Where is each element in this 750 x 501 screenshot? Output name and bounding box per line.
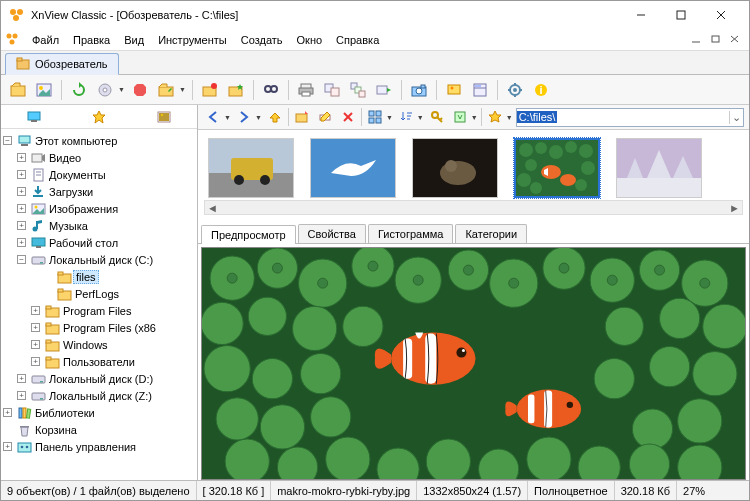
tree-folder-users[interactable]: Пользователи — [63, 356, 135, 368]
tree-music[interactable]: Музыка — [49, 220, 88, 232]
expand-icon[interactable]: + — [17, 238, 26, 247]
tree-disk-z[interactable]: Локальный диск (Z:) — [49, 390, 152, 402]
menu-edit[interactable]: Правка — [66, 32, 117, 48]
chevron-down-icon[interactable]: ▼ — [417, 114, 424, 121]
maximize-button[interactable] — [661, 3, 701, 27]
tool-slideshow[interactable] — [443, 79, 465, 101]
expand-icon[interactable]: + — [31, 357, 40, 366]
tool-cd[interactable] — [94, 79, 116, 101]
filter-button[interactable] — [450, 107, 470, 127]
favorites-button[interactable] — [485, 107, 505, 127]
tool-image-viewer[interactable] — [33, 79, 55, 101]
minimize-button[interactable] — [621, 3, 661, 27]
expand-icon[interactable]: + — [17, 153, 26, 162]
close-button[interactable] — [701, 3, 741, 27]
thumbnail-scrollbar[interactable]: ◄► — [204, 200, 743, 215]
address-input[interactable]: C:\files\ ⌄ — [516, 108, 744, 127]
chevron-down-icon[interactable]: ▼ — [255, 114, 262, 121]
tab-histogram[interactable]: Гистограмма — [368, 224, 454, 243]
tree-folder-pf[interactable]: Program Files — [63, 305, 131, 317]
tool-batch-export[interactable] — [373, 79, 395, 101]
expand-icon[interactable]: + — [17, 391, 26, 400]
expand-icon[interactable]: + — [17, 187, 26, 196]
tool-open-browser[interactable] — [7, 79, 29, 101]
thumbnail-item[interactable] — [616, 138, 702, 198]
mdi-close-icon[interactable] — [729, 34, 745, 46]
tree-desktop[interactable]: Рабочий стол — [49, 237, 118, 249]
thumbnail-item[interactable] — [310, 138, 396, 198]
monitor-icon[interactable] — [26, 109, 42, 125]
expand-icon[interactable]: + — [17, 221, 26, 230]
tool-webpage[interactable] — [469, 79, 491, 101]
tab-browser[interactable]: Обозреватель — [5, 53, 119, 75]
thumbnail-item-selected[interactable] — [514, 138, 600, 198]
star-icon[interactable] — [91, 109, 107, 125]
expand-icon[interactable]: + — [3, 442, 12, 451]
new-folder-button[interactable] — [292, 107, 312, 127]
expand-icon[interactable]: + — [17, 204, 26, 213]
thumbnail-item[interactable] — [208, 138, 294, 198]
chevron-down-icon[interactable]: ▼ — [471, 114, 478, 121]
chevron-down-icon[interactable]: ▼ — [386, 114, 393, 121]
tool-folder-star[interactable] — [225, 79, 247, 101]
chevron-down-icon[interactable]: ▼ — [118, 86, 125, 93]
tab-properties[interactable]: Свойства — [298, 224, 366, 243]
tool-print[interactable] — [295, 79, 317, 101]
rename-button[interactable] — [315, 107, 335, 127]
tool-refresh[interactable] — [68, 79, 90, 101]
mdi-restore-icon[interactable] — [710, 34, 726, 46]
mdi-minimize-icon[interactable] — [691, 34, 707, 46]
tool-camera[interactable] — [408, 79, 430, 101]
picture-icon[interactable] — [156, 109, 172, 125]
preview-image[interactable] — [201, 247, 746, 480]
nav-back-button[interactable] — [203, 107, 223, 127]
tree-control[interactable]: Панель управления — [35, 441, 136, 453]
folder-tree[interactable]: −Этот компьютер +Видео +Документы +Загру… — [1, 129, 197, 480]
collapse-icon[interactable]: − — [3, 136, 12, 145]
tool-convert[interactable] — [321, 79, 343, 101]
tool-settings[interactable] — [504, 79, 526, 101]
tool-folder-new[interactable] — [199, 79, 221, 101]
chevron-down-icon[interactable]: ▼ — [224, 114, 231, 121]
tab-preview[interactable]: Предпросмотр — [201, 225, 296, 244]
address-dropdown-icon[interactable]: ⌄ — [729, 111, 743, 124]
expand-icon[interactable]: + — [31, 340, 40, 349]
tree-disk-d[interactable]: Локальный диск (D:) — [49, 373, 153, 385]
expand-icon[interactable]: + — [17, 170, 26, 179]
tab-categories[interactable]: Категории — [455, 224, 527, 243]
tool-search[interactable] — [260, 79, 282, 101]
delete-button[interactable] — [338, 107, 358, 127]
menu-tools[interactable]: Инструменты — [151, 32, 234, 48]
tree-folder-windows[interactable]: Windows — [63, 339, 108, 351]
nav-up-button[interactable] — [265, 107, 285, 127]
tree-disk-c[interactable]: Локальный диск (C:) — [49, 254, 153, 266]
tool-batch-convert[interactable] — [347, 79, 369, 101]
tree-libraries[interactable]: Библиотеки — [35, 407, 95, 419]
expand-icon[interactable]: + — [3, 408, 12, 417]
view-mode-button[interactable] — [365, 107, 385, 127]
tool-help[interactable]: i — [530, 79, 552, 101]
thumbnail-item[interactable] — [412, 138, 498, 198]
tree-folder-files[interactable]: files — [73, 270, 99, 284]
menu-create[interactable]: Создать — [234, 32, 290, 48]
key-button[interactable] — [427, 107, 447, 127]
nav-forward-button[interactable] — [234, 107, 254, 127]
tool-open-folder[interactable] — [155, 79, 177, 101]
tree-recycle[interactable]: Корзина — [35, 424, 77, 436]
tree-downloads[interactable]: Загрузки — [49, 186, 93, 198]
menu-window[interactable]: Окно — [290, 32, 330, 48]
menu-file[interactable]: Файл — [25, 32, 66, 48]
tree-images[interactable]: Изображения — [49, 203, 118, 215]
expand-icon[interactable]: + — [17, 374, 26, 383]
chevron-down-icon[interactable]: ▼ — [506, 114, 513, 121]
chevron-down-icon[interactable]: ▼ — [179, 86, 186, 93]
expand-icon[interactable]: + — [31, 323, 40, 332]
sort-button[interactable] — [396, 107, 416, 127]
tree-root[interactable]: Этот компьютер — [35, 135, 117, 147]
menu-view[interactable]: Вид — [117, 32, 151, 48]
expand-icon[interactable]: + — [31, 306, 40, 315]
collapse-icon[interactable]: − — [17, 255, 26, 264]
menu-help[interactable]: Справка — [329, 32, 386, 48]
tree-video[interactable]: Видео — [49, 152, 81, 164]
tree-documents[interactable]: Документы — [49, 169, 106, 181]
